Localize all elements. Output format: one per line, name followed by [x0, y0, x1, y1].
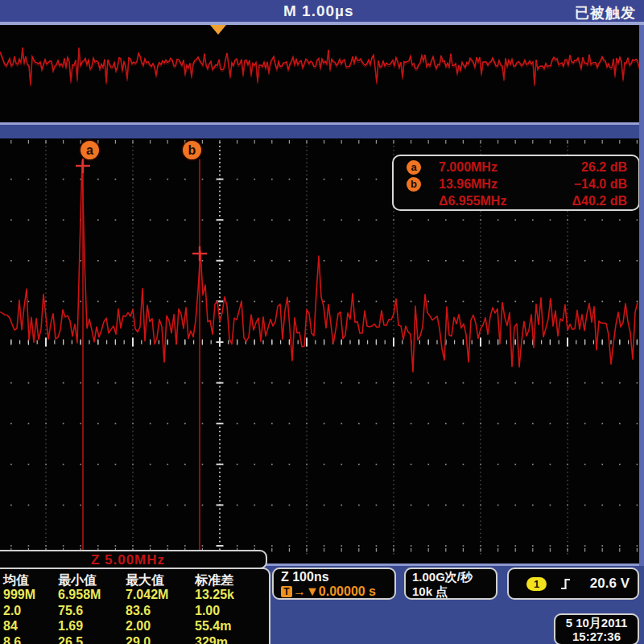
table-cell: 26.5 — [58, 635, 126, 644]
time-domain-strip-panel — [0, 25, 639, 122]
trigger-position-row: T →▼0.00000 s — [281, 584, 394, 598]
channel-1-badge: 1 — [526, 577, 547, 591]
acquisition-box[interactable]: 1.00G次/秒 10k 点 — [404, 568, 497, 600]
table-header-min: 最小值 — [58, 572, 126, 588]
table-cell: 29.0 — [126, 635, 195, 644]
table-cell: 13.25k — [195, 588, 262, 603]
timebase-label: M 1.00µs — [283, 2, 354, 20]
trigger-position-value: →▼0.00000 s — [293, 585, 376, 598]
panel-divider-highlight — [0, 122, 644, 125]
cursor-delta-level: Δ40.2 dB — [572, 194, 627, 208]
trigger-level-value: 20.6 V — [590, 576, 630, 592]
math-channel-label-box[interactable]: Z 5.00MHz — [0, 550, 267, 569]
table-cell: 7.042M — [126, 588, 195, 603]
sample-rate-label: 1.00G次/秒 — [412, 570, 496, 584]
cursor-a-frequency: 7.000MHz — [439, 160, 535, 175]
table-header-stddev: 标准差 — [195, 572, 262, 588]
zoom-scale-label: Z 100ns — [281, 570, 394, 584]
cursor-readout-box: a 7.000MHz 26.2 dB b 13.96MHz −14.0 dB Δ… — [392, 155, 640, 211]
table-cell: 8.6 — [3, 635, 58, 644]
rising-edge-icon — [559, 577, 572, 591]
screen-right-border — [639, 25, 644, 566]
cursor-b-level: −14.0 dB — [574, 177, 627, 192]
cursor-b-cross-icon — [192, 246, 207, 261]
panel-divider — [0, 122, 644, 138]
cursor-a-row: a 7.000MHz 26.2 dB — [407, 159, 627, 175]
time-label: 15:27:36 — [560, 630, 633, 643]
marker-b-badge-icon: b — [407, 177, 421, 192]
oscilloscope-screen: { "top_bar": { "timebase": "M 1.00µs", "… — [0, 0, 644, 644]
cursor-delta-frequency: Δ6.955MHz — [439, 194, 535, 208]
table-header-max: 最大值 — [126, 572, 195, 588]
trigger-settings-box[interactable]: 1 20.6 V — [507, 568, 639, 600]
datetime-box[interactable]: 5 10月2011 15:27:36 — [554, 613, 639, 644]
measurement-table: 均值 最小值 最大值 标准差 999M 6.958M 7.042M 13.25k… — [3, 572, 266, 644]
cursor-b-bubble[interactable]: b — [183, 141, 201, 159]
top-status-bar: M 1.00µs 已被触发 — [0, 0, 644, 22]
horizontal-scale-box[interactable]: Z 100ns T →▼0.00000 s — [272, 568, 396, 600]
table-cell: 83.6 — [126, 604, 195, 619]
cursor-a-bubble[interactable]: a — [80, 141, 99, 159]
cursor-b-row: b 13.96MHz −14.0 dB — [407, 175, 627, 192]
date-label: 5 10月2011 — [560, 616, 633, 630]
table-cell: 6.958M — [58, 588, 126, 603]
table-cell: 55.4m — [195, 619, 262, 634]
table-header-mean: 均值 — [3, 572, 58, 588]
table-cell: 329m — [195, 635, 262, 644]
cursor-b-frequency: 13.96MHz — [439, 177, 535, 192]
delta-badge-placeholder — [407, 194, 421, 208]
record-length-label: 10k 点 — [412, 584, 496, 599]
table-cell: 84 — [3, 619, 58, 634]
table-cell: 75.6 — [58, 604, 126, 619]
cursor-a-level: 26.2 dB — [581, 160, 627, 175]
table-cell: 999M — [3, 588, 58, 603]
table-cell: 2.00 — [126, 619, 195, 634]
measurement-table-box: 均值 最小值 最大值 标准差 999M 6.958M 7.042M 13.25k… — [0, 568, 270, 644]
table-cell: 2.0 — [3, 604, 58, 619]
trigger-status-label: 已被触发 — [575, 3, 636, 23]
math-channel-label: Z 5.00MHz — [0, 551, 266, 568]
cursor-delta-row: Δ6.955MHz Δ40.2 dB — [407, 192, 627, 209]
noise-waveform-canvas — [0, 25, 639, 122]
marker-a-badge-icon: a — [407, 160, 421, 175]
table-cell: 1.00 — [195, 604, 262, 619]
trigger-t-icon: T — [281, 586, 292, 597]
cursor-a-cross-icon — [76, 159, 90, 173]
table-cell: 1.69 — [58, 619, 126, 634]
trigger-position-icon[interactable] — [210, 25, 226, 35]
